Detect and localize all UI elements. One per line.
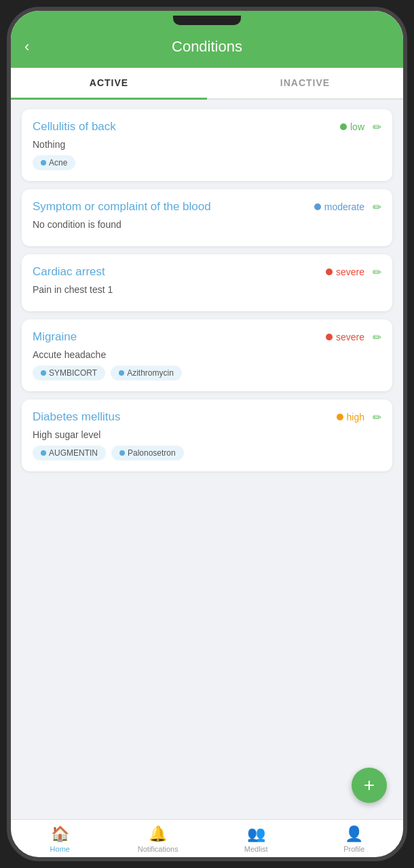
tags-1: Acne [33,155,381,170]
tag-label: AUGMENTIN [49,448,98,458]
notifications-icon: 🔔 [149,825,167,843]
condition-note-4: Accute headache [33,349,381,360]
add-condition-button[interactable]: + [352,768,387,803]
back-button[interactable]: ‹ [24,38,29,56]
condition-card-2: Symptom or complaint of the blood modera… [22,189,392,246]
severity-dot-1 [340,123,347,130]
nav-home[interactable]: 🏠 Home [11,825,109,853]
tag-symbicort: SYMBICORT [33,366,105,380]
header: ‹ Conditions [11,30,403,68]
conditions-list: Cellulitis of back low Nothing Acne [11,100,403,819]
tags-5: AUGMENTIN Palonosetron [33,446,381,460]
edit-button-4[interactable] [373,331,381,344]
tag-palonosetron: Palonosetron [111,446,184,460]
profile-icon: 👤 [345,825,363,843]
tag-dot [41,160,46,165]
tag-label: SYMBICORT [49,368,97,378]
tag-dot [119,370,124,376]
tab-inactive[interactable]: INACTIVE [207,68,403,98]
edit-button-1[interactable] [373,121,381,134]
tag-acne: Acne [33,155,75,170]
tags-4: SYMBICORT Azithromycin [33,366,381,380]
severity-label-1: low [350,121,364,132]
status-bar [11,11,403,30]
tabs-bar: ACTIVE INACTIVE [11,68,403,100]
home-icon: 🏠 [51,825,69,843]
tag-dot [41,370,46,376]
severity-label-4: severe [336,332,364,342]
condition-title-1: Cellulitis of back [33,120,340,134]
severity-label-3: severe [336,267,364,277]
severity-5: high [337,412,364,422]
card-header-2: Symptom or complaint of the blood modera… [33,200,381,214]
severity-3: severe [326,267,364,277]
condition-note-2: No condition is found [33,219,381,230]
tag-dot [41,450,46,456]
edit-button-3[interactable] [373,266,381,279]
condition-title-2: Symptom or complaint of the blood [33,200,314,214]
bottom-nav: 🏠 Home 🔔 Notifications 👥 Medlist 👤 Profi… [11,819,403,857]
card-header-3: Cardiac arrest severe [33,265,381,279]
nav-home-label: Home [50,845,70,853]
severity-2: moderate [314,201,364,212]
tab-active[interactable]: ACTIVE [11,68,207,100]
condition-title-5: Diabetes mellitus [33,410,337,424]
edit-button-5[interactable] [373,411,381,424]
nav-notifications-label: Notifications [138,845,178,853]
tag-label: Azithromycin [127,368,174,378]
severity-dot-3 [326,269,333,275]
card-header-1: Cellulitis of back low [33,120,381,134]
severity-label-5: high [347,412,364,422]
condition-card-3: Cardiac arrest severe Pain in chest test… [22,254,392,311]
nav-medlist-label: Medlist [244,845,268,853]
condition-title-3: Cardiac arrest [33,265,326,279]
condition-note-5: High sugar level [33,429,381,440]
nav-profile[interactable]: 👤 Profile [305,825,404,853]
condition-card-4: Migraine severe Accute headache SYMBICOR… [22,319,392,391]
tag-label: Acne [49,158,67,167]
severity-dot-5 [337,414,343,420]
card-header-4: Migraine severe [33,330,381,344]
tag-azithromycin: Azithromycin [111,366,182,380]
condition-note-1: Nothing [33,139,381,150]
condition-title-4: Migraine [33,330,326,344]
page-title: Conditions [172,38,242,56]
edit-button-2[interactable] [373,201,381,214]
medlist-icon: 👥 [247,825,265,843]
severity-4: severe [326,332,364,342]
severity-1: low [340,121,364,132]
severity-dot-2 [314,203,321,210]
condition-card-5: Diabetes mellitus high High sugar level … [22,399,392,471]
notch [173,16,241,25]
nav-profile-label: Profile [343,845,364,853]
tag-augmentin: AUGMENTIN [33,446,106,460]
condition-note-3: Pain in chest test 1 [33,284,381,295]
tag-dot [119,450,125,456]
severity-label-2: moderate [324,201,364,212]
tag-label: Palonosetron [128,448,176,458]
nav-medlist[interactable]: 👥 Medlist [207,825,305,853]
severity-dot-4 [326,334,333,340]
condition-card-1: Cellulitis of back low Nothing Acne [22,109,392,181]
card-header-5: Diabetes mellitus high [33,410,381,424]
nav-notifications[interactable]: 🔔 Notifications [109,825,208,853]
